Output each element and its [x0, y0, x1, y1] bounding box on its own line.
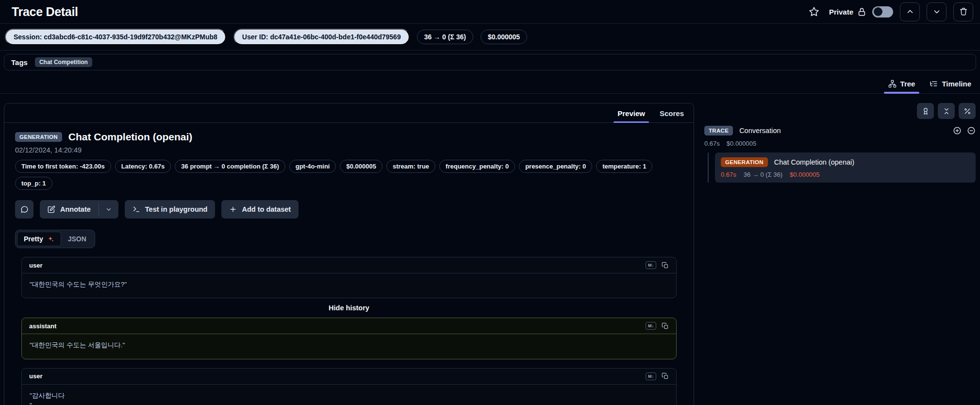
copy-icon[interactable]: [662, 262, 669, 269]
playground-button[interactable]: Test in playground: [125, 200, 216, 219]
tab-timeline-label: Timeline: [942, 80, 971, 88]
user-id-badge[interactable]: User ID: dc47a41e-06bc-400d-bde1-f0e440d…: [233, 29, 410, 45]
node-type-badge: GENERATION: [721, 157, 768, 167]
collapse-all-button[interactable]: [938, 103, 955, 119]
message-header: user M↓: [22, 257, 676, 273]
copy-icon[interactable]: [662, 372, 669, 380]
add-to-dataset-button[interactable]: Add to dataset: [221, 200, 299, 219]
chevron-up-icon: [906, 7, 914, 16]
pen-square-icon: [48, 205, 55, 213]
top-bar: Trace Detail Private: [0, 0, 980, 24]
chevron-down-icon: [932, 7, 941, 16]
tab-tree[interactable]: Tree: [888, 80, 915, 93]
visibility-control: Private: [829, 6, 893, 17]
tab-scores[interactable]: Scores: [660, 109, 684, 122]
message-header: assistant M↓: [22, 318, 676, 334]
message-content: "감사합니다 ": [22, 385, 676, 405]
observation-title: Chat Completion (openai): [68, 131, 193, 143]
lock-icon: [857, 7, 866, 17]
view-tabs: Tree Timeline: [0, 73, 980, 94]
tree-toolbar: [704, 103, 976, 119]
scores-toggle-button[interactable]: [917, 103, 934, 119]
trace-name: Conversation: [739, 127, 781, 135]
badge-frequency-penalty: frequency_penalty: 0: [439, 160, 515, 173]
public-toggle[interactable]: [872, 6, 893, 17]
metrics-toggle-button[interactable]: [959, 103, 976, 119]
message-card-user-1: user M↓ "대한민국의 수도는 무엇인가요?": [21, 257, 677, 298]
token-usage-badge: 36 → 0 (Σ 36): [417, 30, 473, 44]
hide-history-button[interactable]: Hide history: [21, 304, 677, 312]
observation-header: GENERATION Chat Completion (openai): [15, 131, 683, 143]
message-role: user: [29, 262, 42, 269]
generation-node-selected[interactable]: GENERATION Chat Completion (openai) 0.67…: [715, 152, 976, 183]
main-content: Preview Scores GENERATION Chat Completio…: [0, 94, 980, 405]
annotate-button[interactable]: Annotate: [40, 200, 99, 219]
trace-meta-row: Session: cd3abcd6-c81c-4037-935d-19d9f27…: [0, 24, 980, 51]
tree-icon: [888, 80, 897, 88]
tree-guide-line: [708, 152, 709, 183]
message-tools: M↓: [646, 372, 669, 380]
delete-trace-button[interactable]: [953, 2, 973, 21]
top-controls: Private: [809, 2, 973, 21]
chevrons-down-up-icon: [943, 107, 950, 115]
annotate-dropdown-button[interactable]: [99, 200, 118, 219]
plus-circle-icon: [953, 126, 962, 135]
sparkles-icon: [47, 236, 54, 243]
node-header: GENERATION Chat Completion (openai): [721, 157, 970, 167]
comments-button[interactable]: [15, 200, 33, 219]
tab-preview[interactable]: Preview: [617, 109, 645, 122]
node-latency: 0.67s: [721, 171, 736, 178]
tag-chip[interactable]: Chat Competition: [35, 57, 92, 67]
pretty-toggle[interactable]: Pretty: [17, 232, 61, 246]
annotate-split-button: Annotate: [40, 200, 118, 219]
star-icon: [809, 6, 819, 17]
markdown-toggle-icon[interactable]: M↓: [646, 261, 656, 269]
comment-bubble-icon: [20, 205, 29, 214]
badge-token-usage: 36 prompt → 0 completion (Σ 36): [175, 160, 285, 173]
markdown-toggle-icon[interactable]: M↓: [646, 372, 656, 380]
session-badge[interactable]: Session: cd3abcd6-c81c-4037-935d-19d9f27…: [5, 29, 226, 45]
observation-type-badge: GENERATION: [15, 132, 62, 142]
tree-node-row: GENERATION Chat Completion (openai) 0.67…: [704, 152, 976, 183]
message-header: user M↓: [22, 369, 676, 385]
message-content: "대한민국의 수도는 무엇인가요?": [22, 273, 676, 298]
tab-tree-label: Tree: [900, 80, 915, 88]
node-usage: 36 → 0 (Σ 36): [744, 171, 782, 178]
tags-bar[interactable]: Tags Chat Competition: [4, 54, 976, 70]
copy-icon[interactable]: [662, 322, 669, 330]
io-format-toggle: Pretty JSON: [15, 230, 95, 248]
observation-detail-card: Preview Scores GENERATION Chat Completio…: [4, 103, 694, 405]
badge-cost: $0.000005: [340, 160, 382, 173]
expand-node-button[interactable]: [953, 126, 962, 135]
badge-stream: stream: true: [386, 160, 435, 173]
tab-timeline[interactable]: Timeline: [930, 80, 971, 93]
minus-circle-icon: [967, 126, 976, 135]
trace-root-row[interactable]: TRACE Conversation: [704, 126, 976, 135]
markdown-toggle-icon[interactable]: M↓: [646, 322, 656, 330]
message-tools: M↓: [646, 322, 669, 330]
chat-messages: user M↓ "대한민국의 수도는 무엇인가요?" Hide history …: [21, 257, 677, 405]
total-cost-badge: $0.000005: [481, 30, 527, 44]
chevron-down-icon: [105, 206, 112, 213]
toggle-knob: [874, 7, 882, 16]
trace-metrics: 0.67s $0.000005: [704, 140, 976, 147]
previous-trace-button[interactable]: [900, 2, 920, 21]
badge-latency: Latency: 0.67s: [115, 160, 171, 173]
add-to-dataset-label: Add to dataset: [242, 205, 291, 213]
message-content: "대한민국의 수도는 서울입니다.": [22, 334, 676, 358]
collapse-node-button[interactable]: [967, 126, 976, 135]
message-role: user: [29, 372, 42, 380]
next-trace-button[interactable]: [927, 2, 947, 21]
percent-icon: [963, 107, 971, 115]
plus-icon: [229, 205, 237, 213]
message-tools: M↓: [646, 261, 669, 269]
terminal-icon: [133, 205, 140, 213]
trace-tree-panel: TRACE Conversation 0.67s $0.000005: [694, 103, 976, 183]
observation-timestamp: 02/12/2024, 14:20:49: [15, 146, 683, 154]
page-title: Trace Detail: [12, 5, 78, 19]
json-toggle[interactable]: JSON: [61, 232, 93, 246]
trace-latency: 0.67s: [704, 140, 720, 147]
badge-model[interactable]: gpt-4o-mini: [289, 160, 336, 173]
bookmark-star-button[interactable]: [809, 6, 819, 17]
badge-time-to-first-token: Time to first token: -423.00s: [15, 160, 111, 173]
